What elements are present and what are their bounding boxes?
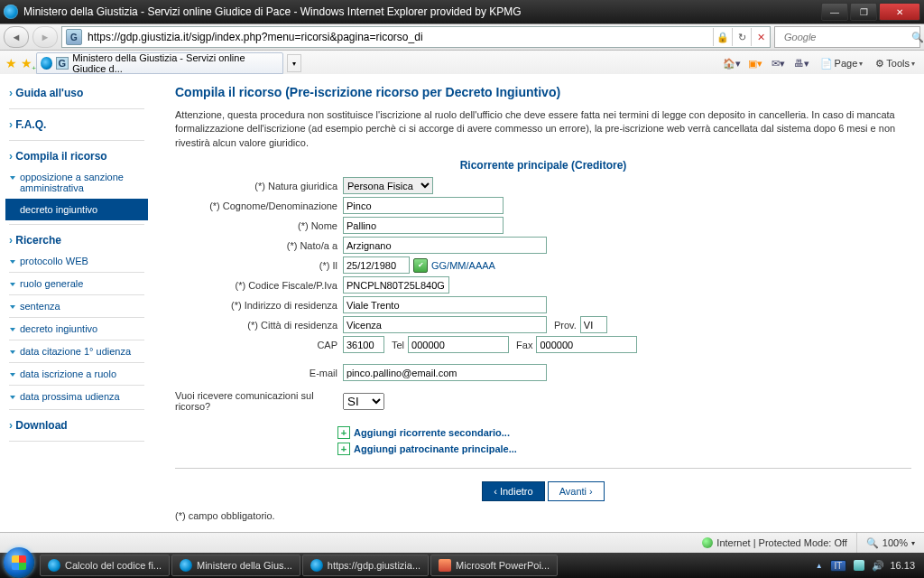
citta-input[interactable] <box>343 316 547 333</box>
language-indicator[interactable]: IT <box>830 560 847 572</box>
url-input[interactable] <box>86 27 713 47</box>
taskbar-item[interactable]: Calcolo del codice fi... <box>40 555 170 576</box>
add-patrocinante-principale[interactable]: + Aggiungi patrocinante principale... <box>337 443 911 455</box>
taskbar-item[interactable]: Ministero della Gius... <box>171 555 300 576</box>
stop-button[interactable]: ✕ <box>751 28 770 46</box>
search-button[interactable]: 🔍 <box>911 32 924 43</box>
cognome-input[interactable] <box>343 197 504 214</box>
page-menu-button[interactable]: 📄Page▾ <box>817 54 867 72</box>
tab-title: Ministero della Giustizia - Servizi onli… <box>72 52 275 74</box>
fax-input[interactable] <box>536 336 637 353</box>
indietro-button[interactable]: ‹ Indietro <box>482 481 544 501</box>
add-favorites-icon[interactable]: ★+ <box>21 56 32 70</box>
nato-input[interactable] <box>343 237 547 254</box>
cf-input[interactable] <box>343 276 449 294</box>
tel-input[interactable] <box>408 336 509 353</box>
sidebar: Guida all'uso F.A.Q. Compila il ricorso … <box>0 74 153 452</box>
sidebar-opposizione[interactable]: opposizione a sanzione amministrativa <box>0 168 153 197</box>
label-cap: CAP <box>175 340 343 350</box>
sidebar-sentenza[interactable]: sentenza <box>0 297 153 315</box>
minimize-button[interactable]: — <box>821 3 848 21</box>
tray-arrow-icon[interactable]: ▲ <box>816 562 823 570</box>
label-il: (*) Il <box>175 260 343 271</box>
sidebar-compila[interactable]: Compila il ricorso <box>0 144 153 168</box>
data-nascita-input[interactable] <box>343 256 410 274</box>
home-button[interactable]: 🏠▾ <box>723 54 741 72</box>
window-title: Ministero della Giustizia - Servizi onli… <box>23 5 522 18</box>
sidebar-ricerche[interactable]: Ricerche <box>0 228 153 252</box>
sidebar-decreto2[interactable]: decreto ingiuntivo <box>0 320 153 338</box>
taskbar-item[interactable]: https://gdp.giustizia... <box>302 555 429 576</box>
powerpoint-icon <box>439 559 451 572</box>
calendar-icon[interactable]: ✔ <box>413 258 428 273</box>
page-content: Guida all'uso F.A.Q. Compila il ricorso … <box>0 74 924 527</box>
feeds-button[interactable]: ▣▾ <box>746 54 764 72</box>
address-bar-row: ◄ ► G 🔒 ↻ ✕ 🔍 <box>0 23 924 51</box>
date-hint: GG/MM/AAAA <box>431 260 495 271</box>
favorites-star-icon[interactable]: ★ <box>5 56 17 70</box>
prov-input[interactable] <box>580 316 607 333</box>
refresh-button[interactable]: ↻ <box>732 28 751 46</box>
volume-icon[interactable]: 🔊 <box>872 560 882 571</box>
ie-icon <box>48 559 60 572</box>
label-prov: Prov. <box>547 320 580 331</box>
plus-icon: + <box>337 443 350 455</box>
sidebar-guida[interactable]: Guida all'uso <box>0 81 153 105</box>
ie-icon <box>310 559 323 572</box>
sidebar-ruolo[interactable]: ruolo generale <box>0 275 153 293</box>
label-email: E-mail <box>175 368 343 378</box>
taskbar-item[interactable]: Microsoft PowerPoi... <box>430 555 558 576</box>
label-tel: Tel <box>384 340 408 350</box>
label-cf: (*) Codice Fiscale/P.Iva <box>175 280 343 291</box>
label-citta: (*) Città di residenza <box>175 320 343 331</box>
mail-button[interactable]: ✉▾ <box>770 54 788 72</box>
security-zone[interactable]: Internet | Protected Mode: Off <box>693 533 857 553</box>
network-icon[interactable] <box>854 560 864 571</box>
sidebar-data-iscrizione[interactable]: data iscrizione a ruolo <box>0 365 153 383</box>
label-nato: (*) Nato/a a <box>175 240 343 251</box>
label-fax: Fax <box>509 340 536 350</box>
search-box[interactable]: 🔍 <box>774 26 920 48</box>
tab-badge: G <box>56 57 69 70</box>
zoom-control[interactable]: 🔍100% ▾ <box>857 533 924 553</box>
required-note: (*) campo obbligatorio. <box>175 510 911 521</box>
main-panel: Compila il ricorso (Pre-iscrizione ricor… <box>162 74 924 527</box>
tab-favicon <box>41 57 52 70</box>
ssl-lock-icon[interactable]: 🔒 <box>713 28 732 46</box>
tools-menu-button[interactable]: ⚙Tools▾ <box>872 54 919 72</box>
maximize-button[interactable]: ❐ <box>850 3 877 21</box>
tab-list-button[interactable]: ▾ <box>287 54 301 72</box>
zoom-icon: 🔍 <box>866 537 879 549</box>
label-natura: (*) Natura giuridica <box>175 181 343 191</box>
indirizzo-input[interactable] <box>343 296 547 313</box>
system-tray: ▲ IT 🔊 16.13 <box>810 560 920 572</box>
ie-icon <box>180 559 192 572</box>
start-button[interactable] <box>4 547 34 578</box>
button-row: ‹ Indietro Avanti › <box>175 481 911 501</box>
comms-select[interactable]: SI <box>343 393 384 410</box>
print-button[interactable]: 🖶▾ <box>793 54 811 72</box>
back-button[interactable]: ◄ <box>4 26 29 48</box>
sidebar-decreto-ingiuntivo[interactable]: decreto ingiuntivo <box>5 199 148 220</box>
sidebar-protocollo[interactable]: protocollo WEB <box>0 252 153 270</box>
sidebar-download[interactable]: Download <box>0 414 153 437</box>
label-indirizzo: (*) Indirizzo di residenza <box>175 300 343 311</box>
clock[interactable]: 16.13 <box>890 560 915 571</box>
sidebar-data-citazione[interactable]: data citazione 1° udienza <box>0 342 153 360</box>
plus-icon: + <box>337 426 350 439</box>
sidebar-faq[interactable]: F.A.Q. <box>0 113 153 136</box>
browser-tab[interactable]: G Ministero della Giustizia - Servizi on… <box>36 52 283 74</box>
forward-button[interactable]: ► <box>32 26 58 48</box>
add-ricorrente-secondario[interactable]: + Aggiungi ricorrente secondario... <box>337 426 911 439</box>
cap-input[interactable] <box>343 336 384 353</box>
close-button[interactable]: ✕ <box>879 3 920 21</box>
avanti-button[interactable]: Avanti › <box>548 481 605 501</box>
email-input[interactable] <box>343 364 547 381</box>
label-nome: (*) Nome <box>175 220 343 231</box>
address-bar[interactable]: G 🔒 ↻ ✕ <box>61 26 771 48</box>
tab-command-row: ★ ★+ G Ministero della Giustizia - Servi… <box>0 51 924 77</box>
nome-input[interactable] <box>343 217 504 234</box>
search-input[interactable] <box>782 31 911 43</box>
natura-select[interactable]: Persona Fisica <box>343 177 433 194</box>
sidebar-data-prossima[interactable]: data prossima udienza <box>0 387 153 406</box>
